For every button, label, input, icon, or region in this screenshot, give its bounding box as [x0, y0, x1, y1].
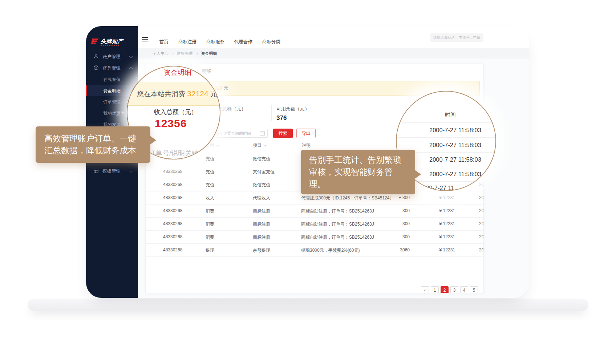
cell-time: 2000-7-27 11:58:03: [479, 195, 484, 200]
cell-project: 商标注册: [253, 234, 270, 240]
cell-project: 商标注册: [253, 221, 270, 227]
row-divider: [397, 122, 495, 123]
brand-logo-icon: [91, 39, 99, 46]
pagination-page-1[interactable]: 1: [431, 286, 439, 293]
cell-time: 2000-7-27 11:58:03: [479, 247, 484, 252]
table-row: 48330268 消费 商标注册 商标自助注册，订单号：SB2514263J –…: [146, 204, 483, 218]
stats-divider: [271, 105, 272, 121]
pagination-page-2-active[interactable]: 2: [441, 286, 449, 293]
pagination-page-4[interactable]: 4: [460, 286, 468, 293]
table-row: 48330268 消费 商标注册 商标自助注册，订单号：SB2514263J –…: [146, 217, 483, 231]
pagination: ‹ 1 2 3 4 5: [421, 286, 478, 293]
cell-amount: – 3060: [371, 247, 410, 252]
cell-type: 消费: [206, 221, 214, 227]
cell-type: 充值: [206, 182, 214, 188]
nav-item-trademark-service[interactable]: 商标服务: [206, 39, 224, 45]
cell-time: 2000-7-27 11:58:03: [479, 208, 484, 213]
sidebar-item-label: 财务管理: [102, 65, 121, 71]
cell-order: 48330268: [163, 208, 182, 213]
cell-balance: ¥ 12231: [416, 234, 455, 239]
magnified-banner-amount: 32124: [187, 89, 208, 98]
nav-item-trademark-register[interactable]: 商标注册: [178, 39, 196, 45]
export-button[interactable]: 导出: [296, 129, 316, 138]
magnified-time-value: 2000-7-27 11:58:03: [429, 142, 481, 149]
sidebar-item-label: 账户管理: [102, 54, 121, 60]
pagination-prev-button[interactable]: ‹: [421, 286, 429, 293]
sidebar-item-online-recharge[interactable]: 在线充值: [86, 74, 138, 85]
user-icon: [93, 54, 99, 59]
cell-order: 48330268: [163, 182, 182, 187]
cell-type: 充值: [206, 156, 214, 162]
cell-time: 2000-7-27 11:58:03: [479, 182, 484, 187]
finance-icon: [93, 65, 99, 70]
cell-project: 代理收入: [253, 195, 270, 201]
breadcrumb: 个人中心 > 财务管理 > 资金明细: [138, 48, 529, 58]
cell-balance: ¥ 12231: [416, 195, 455, 200]
available-balance-label: 可用余额（元）: [276, 106, 309, 112]
sort-caret-icon: [263, 143, 266, 146]
col-header-project-label: 项目: [253, 143, 262, 148]
cell-order: 48330268: [163, 234, 182, 239]
magnified-tab-fragment: 资金明细: [164, 68, 191, 77]
available-balance-value: 376: [276, 114, 287, 122]
tooltip-smart-finance: 告别手工统计、告别繁琐审核，实现智能财务管理。: [301, 150, 415, 194]
sidebar-item-label: 在线充值: [103, 77, 121, 83]
cell-desc: 商标自助注册，订单号：SB2514263J: [301, 221, 374, 227]
nav-item-trademark-category[interactable]: 商标分类: [262, 39, 280, 45]
magnified-time-value: 2000-7-27 11:58:03: [429, 156, 481, 163]
sidebar-item-templates[interactable]: 模板管理: [86, 165, 138, 177]
top-navbar: 首页 商标注册 商标服务 代理合作 商标分类: [138, 26, 529, 49]
sidebar-item-account[interactable]: 账户管理: [86, 51, 138, 62]
magnified-banner-prefix: 您在本站共消费: [137, 90, 185, 98]
table-row: 48330268 提现 余额提现 提现3000元，手续费2%(60元) – 30…: [146, 243, 483, 257]
cell-amount: – 300: [371, 208, 410, 213]
calendar-icon[interactable]: [260, 131, 265, 136]
search-button[interactable]: 搜索: [273, 129, 293, 138]
sidebar-item-finance[interactable]: 财务管理: [86, 62, 138, 73]
trademark-search-input[interactable]: [430, 33, 483, 42]
cell-project: 微信充值: [253, 182, 270, 188]
laptop-base: [28, 299, 588, 311]
breadcrumb-separator: >: [196, 51, 198, 56]
chevron-down-icon: [129, 55, 133, 58]
cell-amount: + 300: [371, 195, 410, 200]
breadcrumb-item[interactable]: 个人中心: [153, 51, 169, 56]
nav-item-agency[interactable]: 代理合作: [234, 39, 252, 45]
tab-secondary[interactable]: 明细: [202, 68, 211, 75]
cell-balance: ¥ 12231: [416, 247, 455, 252]
cell-type: 提现: [206, 247, 214, 254]
cell-type: 消费: [206, 208, 214, 214]
row-divider: [397, 137, 495, 138]
hamburger-menu-icon[interactable]: [142, 37, 148, 42]
consumption-amount-fragment: 820: [214, 85, 222, 91]
magnified-time-value: 2000-7-27 11:58:03: [429, 127, 481, 134]
cell-order: 48330268: [163, 195, 182, 200]
breadcrumb-current: 资金明细: [201, 51, 217, 56]
sidebar-item-label: 资金明细: [103, 88, 121, 94]
cell-desc: 商标自助注册，订单号：SB2514263J: [301, 234, 374, 240]
pagination-page-3[interactable]: 3: [450, 286, 458, 293]
brand-name: 头牌知产: [101, 39, 123, 44]
cell-project: 支付宝充值: [253, 169, 275, 175]
sidebar-item-label: 订单管理: [103, 99, 121, 105]
cell-order: 48330268: [163, 169, 182, 174]
nav-item-home[interactable]: 首页: [159, 39, 169, 45]
cell-type: 充值: [206, 169, 214, 175]
magnified-income-label: 收入总额（元）: [154, 108, 197, 116]
cell-time: 2000-7-27 11:58:03: [479, 234, 484, 239]
tooltip-finance-efficiency: 高效管理账户订单、一键汇总数据，降低财务成本: [36, 126, 150, 163]
cell-order: 48330268: [163, 247, 182, 252]
cell-balance: ¥ 12231: [416, 208, 455, 213]
col-header-project[interactable]: 项目: [253, 142, 266, 149]
cell-balance: ¥ 12231: [416, 221, 455, 226]
cell-type: 收入: [206, 195, 214, 201]
cell-time: 2000-7-27 11:58:03: [479, 221, 484, 226]
sidebar-item-label: 模板管理: [102, 168, 121, 174]
cell-amount: – 300: [371, 234, 410, 239]
cell-desc: 提现3000元，手续费2%(60元): [301, 247, 360, 254]
chevron-down-icon: [129, 169, 133, 173]
pagination-page-5[interactable]: 5: [470, 286, 478, 293]
template-icon: [93, 168, 99, 174]
cell-desc: 商标自助注册，订单号：SB2514263J: [301, 208, 374, 214]
breadcrumb-item[interactable]: 财务管理: [177, 51, 193, 56]
